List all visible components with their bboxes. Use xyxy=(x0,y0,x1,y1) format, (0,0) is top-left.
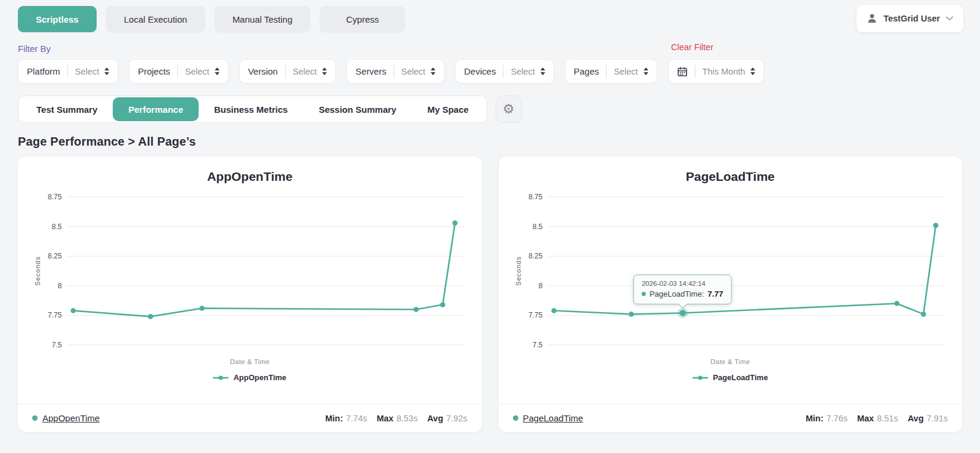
legend-label: PageLoadTime xyxy=(713,373,768,382)
appopentime-chart[interactable]: 8.758.58.2587.757.5Seconds xyxy=(32,187,468,350)
svg-text:8: 8 xyxy=(538,282,542,290)
mode-tab-scriptless[interactable]: Scriptless xyxy=(18,6,97,32)
chart-stats: Min: 7.76s Max 8.51s Avg 7.91s xyxy=(806,414,948,423)
divider xyxy=(394,65,394,78)
svg-text:7.5: 7.5 xyxy=(532,341,542,349)
sort-arrows-icon xyxy=(750,67,755,75)
chart-title: PageLoadTime xyxy=(513,170,948,184)
min-label: Min: xyxy=(325,414,343,423)
pageloadtime-link[interactable]: PageLoadTime xyxy=(513,413,583,423)
avg-label: Avg xyxy=(908,414,924,423)
chevron-down-icon[interactable] xyxy=(946,16,953,21)
divider xyxy=(606,65,607,78)
tooltip-timestamp: 2026-02-03 14:42:14 xyxy=(642,280,724,287)
filter-label: Pages xyxy=(574,66,599,76)
tooltip-value: 7.77 xyxy=(707,289,723,298)
series-link-label: PageLoadTime xyxy=(523,413,583,423)
line-chart[interactable]: 8.758.58.2587.757.5Seconds xyxy=(513,187,948,350)
filter-servers[interactable]: Servers Select xyxy=(347,59,444,84)
pageloadtime-chart[interactable]: 8.758.58.2587.757.5Seconds 2026-02-03 14… xyxy=(513,187,948,350)
sort-arrows-icon xyxy=(540,67,545,75)
svg-text:7.5: 7.5 xyxy=(52,341,62,349)
filter-projects[interactable]: Projects Select xyxy=(129,59,228,84)
page-title: Page Performance > All Page’s xyxy=(18,135,962,149)
svg-text:7.75: 7.75 xyxy=(528,311,543,319)
svg-text:8.5: 8.5 xyxy=(52,223,62,231)
max-value: 8.53s xyxy=(397,414,418,423)
svg-text:8.75: 8.75 xyxy=(48,193,62,201)
filter-devices[interactable]: Devices Select xyxy=(455,59,554,84)
filter-value: Select xyxy=(293,67,317,76)
clear-filter-link[interactable]: Clear Filter xyxy=(671,42,713,52)
min-value: 7.76s xyxy=(826,414,847,423)
mode-tab-local-execution[interactable]: Local Execution xyxy=(106,6,205,32)
filter-version[interactable]: Version Select xyxy=(239,59,336,84)
filter-date-range[interactable]: This Month xyxy=(668,59,765,84)
chart-legend[interactable]: PageLoadTime xyxy=(513,373,948,382)
avg-value: 7.91s xyxy=(927,414,948,423)
sort-arrows-icon xyxy=(431,67,435,75)
sort-arrows-icon xyxy=(104,67,109,75)
card-footer: AppOpenTime Min: 7.74s Max 8.53s Avg 7.9… xyxy=(18,403,482,432)
svg-text:7.75: 7.75 xyxy=(48,311,62,319)
filter-value: Select xyxy=(614,67,638,76)
avg-label: Avg xyxy=(427,414,443,423)
person-icon xyxy=(867,13,877,24)
appopentime-link[interactable]: AppOpenTime xyxy=(32,413,100,423)
line-chart[interactable]: 8.758.58.2587.757.5Seconds xyxy=(32,187,468,350)
dashboard-tab-row: Test Summary Performance Business Metric… xyxy=(18,95,962,123)
sort-arrows-icon xyxy=(322,67,327,75)
filter-header: Filter By Clear Filter xyxy=(18,42,962,55)
chart-stats: Min: 7.74s Max 8.53s Avg 7.92s xyxy=(325,414,467,423)
max-value: 8.51s xyxy=(877,414,898,423)
series-dot-icon xyxy=(642,292,646,296)
min-label: Min: xyxy=(806,414,824,423)
mode-tab-cypress[interactable]: Cypress xyxy=(320,6,405,32)
tab-business-metrics[interactable]: Business Metrics xyxy=(199,97,303,121)
chart-title: AppOpenTime xyxy=(32,170,468,184)
filter-value: Select xyxy=(75,67,99,76)
chart-legend[interactable]: AppOpenTime xyxy=(32,373,468,382)
max-label: Max xyxy=(376,414,393,423)
series-link-label: AppOpenTime xyxy=(42,413,100,423)
tab-test-summary[interactable]: Test Summary xyxy=(21,97,113,121)
tab-my-space[interactable]: My Space xyxy=(412,97,484,121)
min-value: 7.74s xyxy=(346,414,367,423)
sort-arrows-icon xyxy=(644,67,648,75)
filter-value: Select xyxy=(401,67,425,76)
filter-by-label: Filter By xyxy=(18,44,51,54)
dashboard-page: Scriptless Local Execution Manual Testin… xyxy=(0,0,980,453)
chart-tooltip: 2026-02-03 14:42:14 PageLoadTime: 7.77 xyxy=(633,275,732,304)
gear-icon xyxy=(503,103,515,116)
tooltip-series-label: PageLoadTime: xyxy=(650,289,704,298)
settings-button[interactable] xyxy=(496,95,522,123)
x-axis-label: Date & Time xyxy=(32,358,468,365)
filter-label: Projects xyxy=(138,66,170,76)
svg-text:Seconds: Seconds xyxy=(34,256,41,286)
legend-label: AppOpenTime xyxy=(233,373,286,382)
filter-platform[interactable]: Platform Select xyxy=(18,59,118,84)
filter-pages[interactable]: Pages Select xyxy=(565,59,657,84)
filter-row: Platform Select Projects Select Version … xyxy=(18,59,962,84)
svg-text:Seconds: Seconds xyxy=(515,256,522,286)
chart-cards: AppOpenTime 8.758.58.2587.757.5Seconds D… xyxy=(18,156,962,432)
divider xyxy=(177,65,178,78)
user-menu[interactable]: TestGrid User xyxy=(857,5,963,32)
tab-performance[interactable]: Performance xyxy=(113,97,199,121)
filter-value: Select xyxy=(185,67,209,76)
tab-session-summary[interactable]: Session Summary xyxy=(303,97,412,121)
svg-text:8.25: 8.25 xyxy=(528,252,543,260)
divider xyxy=(67,65,68,78)
date-filter-value: This Month xyxy=(703,67,746,76)
svg-text:8: 8 xyxy=(58,282,62,290)
pageloadtime-card: PageLoadTime 8.758.58.2587.757.5Seconds … xyxy=(499,156,963,432)
max-label: Max xyxy=(857,414,874,423)
appopentime-card: AppOpenTime 8.758.58.2587.757.5Seconds D… xyxy=(18,156,482,432)
filter-label: Platform xyxy=(27,66,60,76)
divider xyxy=(285,65,286,78)
filter-label: Devices xyxy=(464,66,496,76)
svg-text:8.5: 8.5 xyxy=(532,223,542,231)
user-name: TestGrid User xyxy=(883,14,940,23)
mode-tab-manual-testing[interactable]: Manual Testing xyxy=(215,6,311,32)
dashboard-tabs: Test Summary Performance Business Metric… xyxy=(18,95,487,123)
